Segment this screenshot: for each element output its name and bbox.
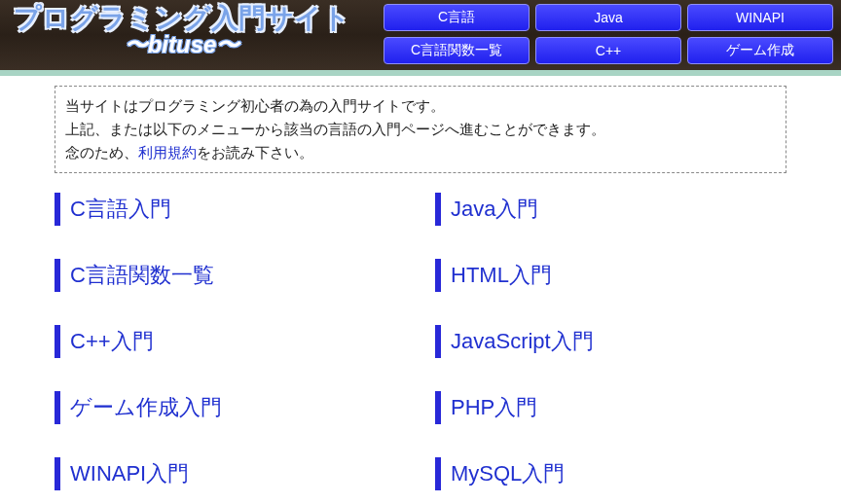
lang-mysql-intro[interactable]: MySQL入門 (435, 457, 786, 490)
site-subtitle: 〜bituse〜 (14, 32, 350, 57)
lang-java-intro[interactable]: Java入門 (435, 193, 786, 226)
top-nav: C言語 Java WINAPI C言語関数一覧 C++ ゲーム作成 (384, 4, 833, 64)
lang-php-intro[interactable]: PHP入門 (435, 391, 786, 424)
nav-c-func-list[interactable]: C言語関数一覧 (384, 37, 530, 64)
site-title-block: プログラミング入門サイト 〜bituse〜 (8, 4, 350, 57)
intro-line-3-suffix: をお読み下さい。 (197, 144, 313, 161)
intro-line-2: 上記、または以下のメニューから該当の言語の入門ページへ進むことができます。 (65, 118, 776, 141)
intro-line-1: 当サイトはプログラミング初心者の為の入門サイトです。 (65, 94, 776, 118)
nav-c-lang[interactable]: C言語 (384, 4, 530, 31)
lang-c-func-list[interactable]: C言語関数一覧 (55, 259, 406, 292)
lang-c-intro[interactable]: C言語入門 (55, 193, 406, 226)
nav-winapi[interactable]: WINAPI (687, 4, 833, 31)
nav-java[interactable]: Java (535, 4, 681, 31)
intro-box: 当サイトはプログラミング初心者の為の入門サイトです。 上記、または以下のメニュー… (55, 86, 786, 173)
site-header: プログラミング入門サイト 〜bituse〜 C言語 Java WINAPI C言… (0, 0, 841, 76)
intro-line-3: 念のため、利用規約をお読み下さい。 (65, 141, 776, 164)
lang-javascript-intro[interactable]: JavaScript入門 (435, 325, 786, 358)
intro-line-3-prefix: 念のため、 (65, 144, 138, 161)
terms-link[interactable]: 利用規約 (138, 144, 197, 161)
lang-cpp-intro[interactable]: C++入門 (55, 325, 406, 358)
lang-html-intro[interactable]: HTML入門 (435, 259, 786, 292)
nav-cpp[interactable]: C++ (535, 37, 681, 64)
lang-winapi-intro[interactable]: WINAPI入門 (55, 457, 406, 490)
language-grid: C言語入門 Java入門 C言語関数一覧 HTML入門 C++入門 JavaSc… (55, 193, 786, 490)
site-title: プログラミング入門サイト (14, 3, 350, 33)
lang-game-dev-intro[interactable]: ゲーム作成入門 (55, 391, 406, 424)
nav-game-dev[interactable]: ゲーム作成 (687, 37, 833, 64)
